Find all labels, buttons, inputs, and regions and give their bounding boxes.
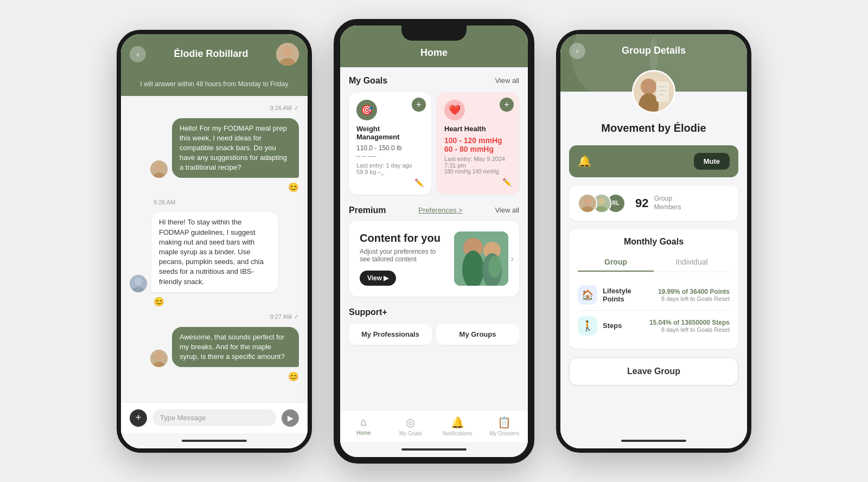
goals-nav-label: My Goals (399, 430, 422, 436)
weight-goal-name: Weight Management (356, 125, 424, 141)
svg-rect-21 (656, 81, 669, 101)
svg-point-4 (155, 163, 163, 171)
mute-button[interactable]: Mute (694, 153, 730, 170)
view-button[interactable]: View ▶ (360, 271, 396, 286)
phone-bottom-bar (121, 433, 308, 448)
nav-notifications[interactable]: 🔔 Notifications (434, 414, 481, 439)
group-phone: ‹ Group Details Movement (556, 30, 751, 453)
chat-contact-name: Élodie Robillard (152, 48, 270, 60)
weight-extra: 59.9 kg –_ (356, 169, 424, 175)
goals-nav-icon: ◎ (406, 416, 415, 429)
chat-add-button[interactable]: + (130, 409, 147, 427)
leave-group-button[interactable]: Leave Group (569, 357, 738, 385)
chat-subtitle: I will answer within 48 hours from Monda… (121, 74, 308, 96)
members-count: 92 (635, 196, 648, 210)
heart-goal-name: Heart Health (444, 125, 512, 133)
weight-edit-icon[interactable]: ✏️ (356, 178, 424, 187)
svg-point-1 (283, 47, 292, 56)
received-message-bubble: Hi there! To stay within the FODMAP guid… (151, 212, 278, 292)
group-screen: ‹ Group Details Movement (560, 34, 747, 448)
weight-goal-icon: 🎯 (356, 100, 377, 120)
content-card: Content for you Adjust your preferences … (349, 221, 519, 297)
goals-section-title: My Goals (349, 76, 387, 86)
support-section: Support+ My Professionals My Groups (349, 307, 519, 345)
content-card-subtitle: Adjust your preferences to see tailored … (360, 248, 445, 263)
group-avatar-container (632, 70, 675, 113)
dossiers-nav-label: My Dossiers (489, 430, 519, 436)
heart-goal-icon: ❤️ (444, 100, 465, 120)
heart-extra: 180 mmHg 140 mmHg (444, 169, 512, 175)
home-indicator (182, 440, 247, 442)
chat-input-field[interactable]: Type Message (152, 409, 276, 426)
premium-view-all[interactable]: View all (495, 206, 519, 214)
chat-back-button[interactable]: ‹ (130, 46, 146, 62)
nav-home[interactable]: ⌂ Home (340, 414, 387, 439)
premium-label: Premium (349, 205, 386, 215)
premium-section: Premium Preferences > View all Content f… (349, 205, 519, 297)
svg-point-10 (155, 352, 163, 360)
phone-bottom-bar-group (560, 433, 747, 448)
msg-time-3: 9:27 AM ✓ (130, 313, 299, 320)
lifestyle-value: 19.99% of 36400 Points (658, 288, 730, 295)
chat-send-button[interactable]: ▶ (282, 409, 299, 427)
notifications-nav-label: Notifications (443, 430, 472, 436)
goals-row: + 🎯 Weight Management 110.0 - 150.0 lb –… (349, 92, 519, 195)
preferences-link[interactable]: Preferences > (418, 206, 462, 214)
svg-point-17 (488, 256, 501, 278)
group-tab[interactable]: Group (578, 253, 654, 272)
members-row: RL 92 GroupMembers (569, 186, 738, 221)
my-groups-tab[interactable]: My Groups (436, 324, 519, 345)
nav-dossiers[interactable]: 📋 My Dossiers (481, 414, 528, 439)
nav-goals[interactable]: ◎ My Goals (387, 414, 435, 439)
weight-management-card: + 🎯 Weight Management 110.0 - 150.0 lb –… (349, 92, 431, 195)
home-phone: Home My Goals View all + 🎯 Weight Manage… (334, 19, 534, 464)
heart-last-entry: Last entry: May 9 2024 7:31 pm (444, 156, 512, 169)
members-label: GroupMembers (654, 195, 681, 211)
steps-text: Steps (603, 322, 644, 330)
svg-point-29 (598, 198, 605, 204)
home-nav-icon: ⌂ (360, 416, 367, 428)
steps-value: 15.04% of 13650000 Steps (649, 319, 730, 326)
home-nav-label: Home (356, 430, 371, 436)
svg-point-26 (584, 198, 591, 204)
sent-avatar (150, 160, 168, 178)
goals-tabs: Group Individual (578, 253, 730, 272)
steps-icon: 🚶 (578, 316, 597, 336)
premium-header: Premium Preferences > View all (349, 205, 519, 215)
weight-goal-dashes: – – –– (356, 152, 424, 160)
chat-header: ‹ Élodie Robillard (121, 34, 308, 74)
table-row: Hi there! To stay within the FODMAP guid… (130, 212, 299, 292)
heart-health-card: + ❤️ Heart Health 100 - 120 mmHg 60 - 80… (437, 92, 519, 195)
heart-add-button[interactable]: + (500, 98, 514, 112)
monthly-goals-section: Monthly Goals Group Individual 🏠 Lifesty… (569, 229, 738, 349)
goals-section-header: My Goals View all (349, 76, 519, 86)
heart-value-red1: 100 - 120 mmHg (444, 136, 512, 145)
svg-point-7 (135, 278, 142, 285)
chat-input-bar: + Type Message ▶ (121, 402, 308, 433)
emoji-reaction-3: 😊 (130, 371, 299, 382)
heart-value-red2: 60 - 80 mmHg (444, 145, 512, 153)
lifestyle-name: Lifestyle Points (603, 287, 653, 303)
emoji-reaction-1: 😊 (130, 182, 299, 192)
heart-edit-icon[interactable]: ✏️ (444, 178, 512, 187)
home-content: My Goals View all + 🎯 Weight Management … (340, 67, 528, 410)
weight-last-entry: Last entry: 1 day ago (356, 162, 424, 169)
lifestyle-text: Lifestyle Points (603, 287, 653, 303)
individual-tab[interactable]: Individual (654, 253, 730, 272)
member-avatar-1 (578, 194, 597, 213)
goals-view-all[interactable]: View all (495, 76, 519, 85)
member-avatars: RL (578, 194, 620, 213)
lifestyle-sub: 8 days left to Goals Reset (658, 295, 730, 302)
group-name: Movement by Élodie (569, 122, 738, 134)
group-content: Movement by Élodie 🔔 Mute (560, 92, 747, 433)
lifestyle-goal-row: 🏠 Lifestyle Points 19.99% of 36400 Point… (578, 280, 730, 311)
emoji-reaction-2: 😊 (154, 297, 299, 307)
msg-time-2: 9:26 AM (154, 199, 299, 205)
chat-contact-avatar (276, 43, 299, 66)
phone-bottom-bar-home (340, 442, 528, 457)
my-professionals-tab[interactable]: My Professionals (349, 324, 432, 345)
steps-sub: 8 days left to Goals Reset (649, 326, 730, 333)
weight-add-button[interactable]: + (412, 98, 426, 112)
steps-goal-row: 🚶 Steps 15.04% of 13650000 Steps 8 days … (578, 311, 730, 341)
chat-messages-container: 9:26 AM ✓ Hello! For my FODMAP meal prep… (121, 96, 308, 402)
